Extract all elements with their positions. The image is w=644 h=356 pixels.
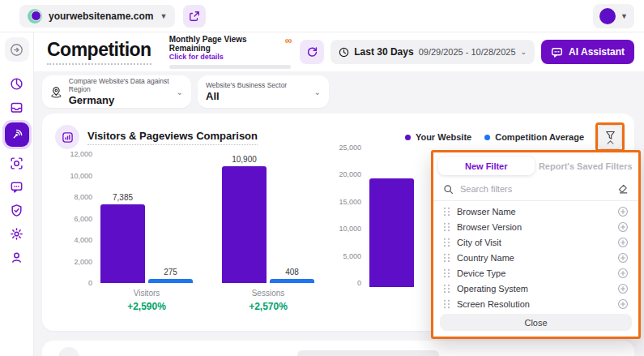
header-actions: Last 30 Days 09/29/2025 - 10/28/2025 ⌄ A… xyxy=(300,40,634,64)
sector-filter-dropdown[interactable]: Website's Business Sector All ⌄ xyxy=(198,75,329,108)
search-icon xyxy=(443,184,454,195)
y-tick: 8,000 xyxy=(74,194,92,201)
filter-item-screen-resolution[interactable]: Screen Resolution xyxy=(433,296,638,310)
chevron-down-icon: ⌄ xyxy=(521,48,527,56)
y-tick: 10,000 xyxy=(70,173,92,180)
sidebar-item-visitors[interactable] xyxy=(5,151,29,175)
region-filter-dropdown[interactable]: Compare Website's Data against Region Ge… xyxy=(42,75,191,108)
inbox-icon xyxy=(10,101,23,114)
site-logo-icon xyxy=(28,9,42,24)
tab-saved-filters[interactable]: Report's Saved Filters xyxy=(538,157,634,175)
bar-value-label: 275 xyxy=(164,268,177,277)
filter-panel-tabs: New Filter Report's Saved Filters xyxy=(433,152,638,178)
gear-icon xyxy=(10,227,23,241)
add-filter-icon[interactable] xyxy=(617,237,629,248)
user-menu[interactable]: ▼ xyxy=(593,4,634,28)
bar-value-label: 408 xyxy=(285,268,299,277)
chart-filter-button[interactable] xyxy=(598,125,622,149)
sidebar-collapse-button[interactable] xyxy=(5,37,29,62)
add-filter-icon[interactable] xyxy=(617,221,629,233)
bar-value-label: 7,385 xyxy=(113,193,133,202)
chart-plot-area: 7,385275Visitors+2,590%10,900408Sessions… xyxy=(92,155,314,312)
bar-competition-average[interactable]: 275 xyxy=(148,279,193,283)
y-axis-ticks: 25,00020,00015,00010,0005,0000 xyxy=(327,144,361,287)
bar-group: 10,900408Sessions+2,570% xyxy=(222,155,314,312)
tab-new-filter[interactable]: New Filter xyxy=(438,157,535,175)
bar-value-label: 10,900 xyxy=(232,155,257,164)
filter-item-device-type[interactable]: Device Type xyxy=(433,265,638,281)
date-range-picker[interactable]: Last 30 Days 09/29/2025 - 10/28/2025 ⌄ xyxy=(331,40,535,64)
sidebar-item-feedback[interactable] xyxy=(5,174,29,199)
bar-your-website[interactable]: 7,385 xyxy=(100,204,145,283)
avatar xyxy=(599,8,616,24)
filter-item-label: Browser Name xyxy=(457,207,611,217)
filter-item-label: Country Name xyxy=(457,253,611,263)
site-name: yourwebsitename.com xyxy=(49,11,153,22)
quota-details-link[interactable]: Click for details xyxy=(169,53,280,61)
bar-competition-average[interactable]: 408 xyxy=(270,279,314,283)
filter-search-row xyxy=(433,178,638,201)
delta-percentage: +2,590% xyxy=(127,301,166,312)
chevron-down-icon: ▼ xyxy=(160,12,167,20)
quota-infinity-value: ∞ xyxy=(285,35,292,46)
quota-title: Monthly Page Views Remaining xyxy=(169,35,280,53)
filter-item-browser-version[interactable]: Browser Version xyxy=(433,219,638,234)
drag-handle-icon xyxy=(443,238,450,247)
bar-your-website[interactable] xyxy=(369,178,414,287)
site-selector-dropdown[interactable]: yourwebsitename.com ▼ xyxy=(19,5,175,28)
y-tick: 5,000 xyxy=(343,253,361,260)
bar-your-website[interactable]: 10,900 xyxy=(222,166,267,283)
next-section-card xyxy=(42,341,634,356)
filter-item-city-of-visit[interactable]: City of Visit xyxy=(433,234,638,250)
filter-item-browser-name[interactable]: Browser Name xyxy=(433,204,638,219)
search-filters-input[interactable] xyxy=(460,184,611,194)
filter-item-operating-system[interactable]: Operating System xyxy=(433,281,638,296)
filter-item-label: Screen Resolution xyxy=(457,299,611,309)
filter-item-label: Device Type xyxy=(457,268,611,278)
sidebar-item-privacy[interactable] xyxy=(5,198,29,222)
add-filter-icon[interactable] xyxy=(617,268,629,279)
clock-icon xyxy=(339,47,349,58)
y-tick: 20,000 xyxy=(339,171,361,178)
topbar: yourwebsitename.com ▼ ▼ xyxy=(0,0,644,32)
y-tick: 0 xyxy=(357,280,361,287)
y-tick: 10,000 xyxy=(339,225,361,233)
location-pin-icon xyxy=(50,85,62,99)
share-button[interactable] xyxy=(183,5,206,28)
bar-group: 7,385275Visitors+2,590% xyxy=(100,155,193,312)
chart-title: Visitors & Pageviews Comparison xyxy=(87,130,258,145)
add-filter-icon[interactable] xyxy=(617,283,629,294)
filter-button-highlight xyxy=(595,122,625,152)
filter-item-label: Operating System xyxy=(457,284,611,294)
next-card-icon-placeholder xyxy=(58,347,79,356)
sidebar-item-account[interactable] xyxy=(5,245,29,269)
drag-handle-icon xyxy=(443,253,450,263)
refresh-button[interactable] xyxy=(300,40,324,64)
sidebar-item-analytics[interactable] xyxy=(5,71,29,96)
y-axis-ticks: 12,00010,0008,0006,0004,0002,0000 xyxy=(58,151,92,287)
share-icon xyxy=(189,11,200,22)
filter-item-label: City of Visit xyxy=(457,238,611,247)
y-tick: 6,000 xyxy=(74,216,92,223)
eraser-icon[interactable] xyxy=(617,183,629,195)
pageviews-chart-partial: 25,00020,00015,00010,0005,0000 xyxy=(327,148,414,287)
ai-assistant-button[interactable]: AI Assistant xyxy=(541,40,634,64)
sector-filter-value: All xyxy=(206,90,287,102)
y-tick: 15,000 xyxy=(339,199,361,206)
sector-filter-label: Website's Business Sector xyxy=(206,81,287,89)
sidebar-item-inbox[interactable] xyxy=(5,95,29,119)
add-filter-icon[interactable] xyxy=(617,206,629,217)
add-filter-icon[interactable] xyxy=(617,298,629,310)
range-dates: 09/29/2025 - 10/28/2025 xyxy=(419,47,516,57)
filter-item-country-name[interactable]: Country Name xyxy=(433,250,638,265)
chevron-down-icon: ⌄ xyxy=(177,88,183,97)
legend-competition-average: Competition Average xyxy=(484,132,584,142)
range-label: Last 30 Days xyxy=(354,46,413,58)
add-filter-icon[interactable] xyxy=(617,252,629,264)
scan-target-icon xyxy=(10,157,23,170)
filter-panel-close-button[interactable]: Close xyxy=(440,314,632,331)
sidebar-item-settings[interactable] xyxy=(5,221,29,246)
filter-list: Browser NameBrowser VersionCity of Visit… xyxy=(433,201,638,310)
sidebar-item-competition-active[interactable] xyxy=(5,122,29,147)
quota-widget: Monthly Page Views Remaining Click for d… xyxy=(169,35,292,69)
